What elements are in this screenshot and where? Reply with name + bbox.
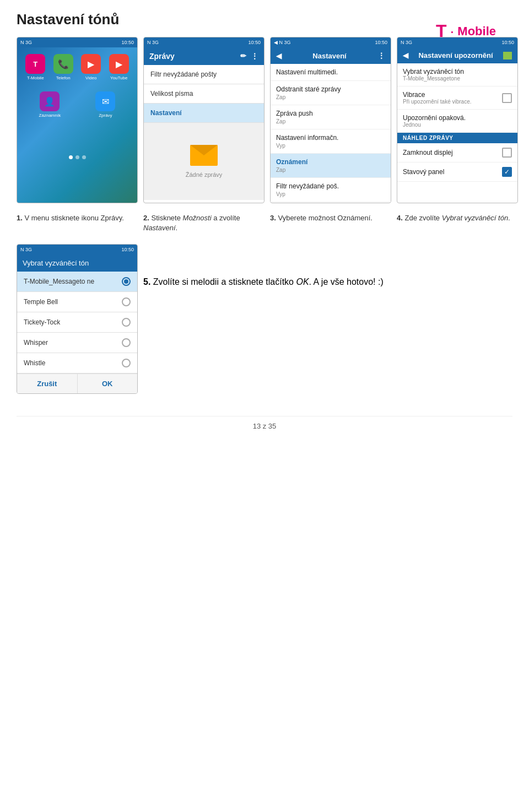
home-icon-messages[interactable]: ✉ Zprávy [95,91,115,118]
ringtone-item-2[interactable]: Tickety-Tock [17,312,137,333]
video-icon: ▶ [81,54,101,74]
step1-text: V menu stisknete ikonu Zprávy. [24,214,123,222]
ringtone-label-4: Whistle [24,359,45,367]
notif-item-stavovy[interactable]: Stavový panel ✓ [397,163,517,182]
ringtone-item-4[interactable]: Whistle [17,353,137,373]
no-messages-text: Žádné zprávy [186,171,223,178]
notif-upoz-sub: Jednou [403,122,466,128]
notif-zamknout-text: Zamknout displej [403,149,453,156]
settings-item-1[interactable]: Odstranit staré zprávy Zap [271,81,391,105]
tmobile-icon: T [25,54,45,74]
network-indicator4: N 3G [401,40,412,45]
step1-number: 1. [17,214,23,222]
logo-t: T [436,21,447,41]
notif-ringtone-sub: T-Mobile_Messagetone [403,75,464,82]
step2-desc: 2. Stisknete Možnosti a zvolíte Nastaven… [143,211,264,233]
icon-label-phone: Telefon [56,75,71,80]
cancel-button[interactable]: Zrušit [17,374,78,393]
step2-number: 2. [143,214,149,222]
radio-3 [122,338,131,347]
screen2-statusbar: N 3G 10:50 [144,37,264,47]
messages-title: Zprávy [149,52,175,61]
ringtone-item-1[interactable]: Temple Bell [17,292,137,312]
network-indicator2: N 3G [147,40,159,45]
notif-vibrace-title: Vibrace [403,91,472,99]
settings-item-4[interactable]: Oznámení Zap [271,154,391,178]
stavovy-checkbox[interactable]: ✓ [502,167,512,177]
steps-row: 1. V menu stisknete ikonu Zprávy. 2. Sti… [17,211,512,233]
home-icon-phone[interactable]: 📞 Telefon [53,54,73,80]
youtube-icon: ▶ [109,54,129,74]
menu-item-filter[interactable]: Filtr nevyžádané pošty [144,65,264,84]
ringtone-label-0: T-Mobile_Messageto ne [24,278,94,285]
notif-header: ◀ Nastavení upozornění [397,47,517,63]
notif-vibrace-text: Vibrace Při upozornění také vibrace. [403,91,472,105]
step5-number: 5. [143,277,150,286]
step4-text: Zde zvolíte Vybrat vyzváněcí tón. [404,214,510,222]
screen5-ringtone: N 3G 10:50 Vybrat vyzváněcí tón T-Mobile… [17,244,138,394]
icon-label-messages: Zprávy [99,113,112,118]
icon-label-video: Video [85,75,96,80]
step2-text: Stisknete Možnosti a zvolíte Nastavení. [143,214,240,232]
ringtone-label-2: Tickety-Tock [24,318,60,326]
radio-2 [122,318,131,327]
menu-item-settings[interactable]: Nastavení [144,104,264,123]
icon-label-contacts: Záznamník [39,113,61,118]
messages-header: Zprávy ✏ ⋮ [144,47,264,65]
more-icon[interactable]: ⋮ [251,52,258,61]
status-time: 10:50 [121,40,134,45]
notif-back-arrow[interactable]: ◀ [403,51,408,59]
screen1-statusbar: N 3G 10:50 [17,37,137,47]
settings-item-title-4: Oznámení [276,158,385,166]
step3-desc: 3. Vyberete možnost Oznámení. [270,211,391,233]
home-icons-row2: 👤 Záznamník ✉ Zprávy [17,85,137,122]
settings-item-sub-2: Zap [276,118,385,124]
dot2 [75,155,79,159]
settings-item-3[interactable]: Nastavení informačn. Vyp [271,129,391,154]
status-time2: 10:50 [248,40,261,45]
notif-title: Nastavení upozornění [418,51,493,59]
step5-text: Zvolíte si melodii a stisknete tlačítko … [153,277,384,286]
home-screen: T T-Mobile 📞 Telefon ▶ Video ▶ YouTube [17,47,137,203]
radio-1 [122,297,131,306]
ringtone-title: Vybrat vyzváněcí tón [23,259,89,267]
settings-more-icon[interactable]: ⋮ [377,51,385,60]
network-indicator5: N 3G [20,247,32,252]
edit-icon[interactable]: ✏ [240,52,246,61]
notif-item-ringtone[interactable]: Vybrat vyzváněcí tón T-Mobile_Messageton… [397,63,517,86]
notif-ringtone-title: Vybrat vyzváněcí tón [403,68,464,75]
notif-item-zamknout[interactable]: Zamknout displej [397,143,517,163]
back-arrow[interactable]: ◀ [276,52,282,60]
ok-button[interactable]: OK [78,374,138,393]
settings-item-title-5: Filtr nevyžádané poš. [276,182,385,190]
menu-item-fontsize[interactable]: Velikost písma [144,84,264,104]
network-indicator3: ◀ N 3G [274,40,291,45]
screen4-notifications: N 3G 10:50 ◀ Nastavení upozornění Vybrat… [397,37,518,203]
notif-item-upoz[interactable]: Upozornění opaková. Jednou [397,110,517,133]
ringtone-label-3: Whisper [24,339,48,347]
home-icon-youtube[interactable]: ▶ YouTube [109,54,129,80]
vibrace-checkbox[interactable] [502,93,512,103]
screen1-home: N 3G 10:50 T T-Mobile 📞 Telefon ▶ Video [17,37,138,203]
notif-item-vibrace[interactable]: Vibrace Při upozornění také vibrace. [397,86,517,110]
settings-item-title-0: Nastavení multimedi. [276,68,385,76]
dot3 [82,155,86,159]
home-icon-tmobile[interactable]: T T-Mobile [25,54,45,80]
status-time4: 10:50 [501,40,514,45]
settings-item-sub-3: Vyp [276,143,385,149]
settings-item-0[interactable]: Nastavení multimedi. [271,64,391,81]
home-icon-contacts[interactable]: 👤 Záznamník [39,91,61,118]
zamknout-checkbox[interactable] [502,148,512,158]
home-icons-row1: T T-Mobile 📞 Telefon ▶ Video ▶ YouTube [17,47,137,85]
radio-0 [122,277,131,286]
settings-item-2[interactable]: Zpráva push Zap [271,105,391,129]
ringtone-item-3[interactable]: Whisper [17,333,137,353]
settings-item-5[interactable]: Filtr nevyžádané poš. Vyp [271,178,391,202]
home-icon-video[interactable]: ▶ Video [81,54,101,80]
step5-desc: 5. Zvolíte si melodii a stisknete tlačít… [143,244,384,287]
step1-desc: 1. V menu stisknete ikonu Zprávy. [17,211,138,233]
icon-label-tmobile: T-Mobile [27,75,44,80]
phone-icon: 📞 [53,54,73,74]
ringtone-item-0[interactable]: T-Mobile_Messageto ne [17,272,137,292]
settings-item-title-3: Nastavení informačn. [276,134,385,142]
